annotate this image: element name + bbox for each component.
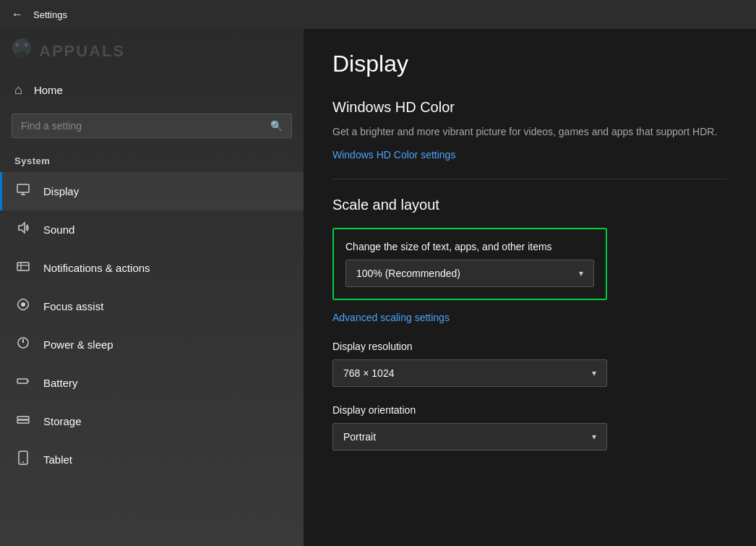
scale-section: Scale and layout Change the size of text… [332,197,727,451]
sidebar-item-display[interactable]: Display [0,172,304,210]
tablet-icon [14,451,32,469]
scale-label: Change the size of text, apps, and other… [345,241,594,252]
battery-icon [14,374,32,392]
sidebar-item-power[interactable]: Power & sleep [0,325,304,364]
resolution-value: 768 × 1024 [343,367,394,379]
sidebar-item-notifications[interactable]: Notifications & actions [0,249,304,287]
sidebar-item-tablet[interactable]: Tablet [0,440,304,479]
sidebar-item-sound-label: Sound [43,223,74,236]
content-area: Display Windows HD Color Get a brighter … [304,29,756,546]
sidebar-item-battery[interactable]: Battery [0,364,304,402]
power-icon [14,336,32,354]
svg-rect-18 [17,420,29,423]
logo-icon [7,38,36,65]
system-section-label: System [0,150,304,172]
sidebar-item-storage[interactable]: Storage [0,402,304,440]
logo-text: APPUALS [39,42,125,61]
hdr-link[interactable]: Windows HD Color settings [332,149,455,161]
scale-dropdown[interactable]: 100% (Recommended) ▾ [345,260,594,287]
sidebar-item-display-label: Display [43,185,79,197]
sidebar-item-storage-label: Storage [43,415,82,427]
sidebar-item-notifications-label: Notifications & actions [43,262,150,274]
page-title: Display [332,51,727,77]
storage-icon [14,412,32,430]
svg-point-4 [16,43,19,46]
home-label: Home [34,84,63,96]
svg-rect-10 [17,263,29,270]
advanced-scaling-link[interactable]: Advanced scaling settings [332,312,727,323]
notifications-icon [14,259,32,277]
resolution-label: Display resolution [332,341,727,352]
svg-rect-16 [27,380,29,382]
back-button[interactable]: ← [9,6,26,23]
svg-rect-6 [17,184,29,192]
search-icon[interactable]: 🔍 [270,120,283,132]
titlebar-title: Settings [33,9,67,20]
search-input[interactable] [21,120,265,132]
svg-point-13 [21,302,25,307]
search-container: 🔍 [0,108,304,150]
sidebar-item-focus-label: Focus assist [43,300,103,312]
orientation-label: Display orientation [332,404,727,416]
svg-point-3 [23,42,29,48]
orientation-dropdown-arrow: ▾ [592,432,596,442]
resolution-dropdown-arrow: ▾ [592,368,596,378]
svg-point-2 [14,42,20,48]
search-box: 🔍 [12,114,292,138]
svg-rect-17 [17,417,29,419]
display-icon [14,182,32,200]
hdr-description: Get a brighter and more vibrant picture … [332,124,727,140]
orientation-dropdown[interactable]: Portrait ▾ [332,423,607,451]
scale-section-title: Scale and layout [332,197,727,213]
svg-point-1 [16,51,27,59]
sidebar-item-power-label: Power & sleep [43,338,113,351]
sidebar-item-focus[interactable]: Focus assist [0,287,304,325]
svg-point-20 [22,461,24,463]
scale-dropdown-arrow: ▾ [579,268,583,278]
sound-icon [14,221,32,239]
svg-marker-9 [19,223,25,233]
sidebar-item-tablet-label: Tablet [43,453,72,466]
scale-group: Change the size of text, apps, and other… [332,228,607,300]
main-container: APPUALS ⌂ Home 🔍 System DisplaySoundNoti… [0,29,756,546]
svg-rect-15 [17,379,27,383]
home-icon: ⌂ [14,82,22,98]
sidebar-item-battery-label: Battery [43,377,78,389]
resolution-dropdown[interactable]: 768 × 1024 ▾ [332,359,607,387]
titlebar: ← Settings [0,0,756,29]
svg-point-0 [12,38,31,57]
sidebar-item-home[interactable]: ⌂ Home [0,72,304,108]
section-divider [332,179,727,179]
orientation-value: Portrait [343,431,376,443]
hdr-title: Windows HD Color [332,99,727,116]
nav-items: DisplaySoundNotifications & actionsFocus… [0,172,304,479]
svg-point-5 [25,43,27,46]
orientation-field: Display orientation Portrait ▾ [332,404,727,451]
scale-value: 100% (Recommended) [356,268,460,279]
hdr-section: Windows HD Color Get a brighter and more… [332,99,727,161]
sidebar-item-sound[interactable]: Sound [0,210,304,249]
sidebar: APPUALS ⌂ Home 🔍 System DisplaySoundNoti… [0,29,304,546]
resolution-field: Display resolution 768 × 1024 ▾ [332,341,727,387]
focus-icon [14,297,32,315]
